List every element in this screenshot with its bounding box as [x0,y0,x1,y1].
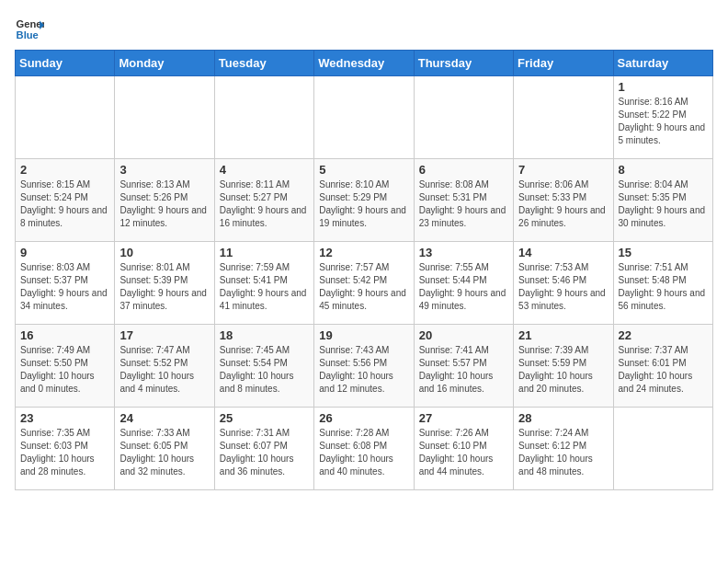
day-number: 24 [119,411,209,425]
calendar-cell [16,76,115,159]
calendar-cell [214,76,313,159]
weekday-header-saturday: Saturday [613,51,712,76]
svg-text:Blue: Blue [17,29,39,40]
day-number: 4 [220,163,309,177]
day-info: Sunrise: 7:41 AM Sunset: 5:57 PM Dayligh… [419,344,508,396]
day-info: Sunrise: 8:01 AM Sunset: 5:39 PM Dayligh… [119,261,209,313]
header: General Blue [15,15,713,44]
day-number: 21 [518,328,608,342]
day-info: Sunrise: 7:55 AM Sunset: 5:44 PM Dayligh… [419,261,508,313]
day-info: Sunrise: 8:13 AM Sunset: 5:26 PM Dayligh… [119,178,209,230]
day-info: Sunrise: 7:47 AM Sunset: 5:52 PM Dayligh… [119,344,209,396]
day-number: 1 [619,80,708,94]
calendar-cell: 24Sunrise: 7:33 AM Sunset: 6:05 PM Dayli… [115,408,214,490]
day-number: 26 [319,411,408,425]
day-number: 16 [20,328,109,342]
logo: General Blue [15,15,44,44]
calendar-table: SundayMondayTuesdayWednesdayThursdayFrid… [15,50,713,490]
calendar-cell: 5Sunrise: 8:10 AM Sunset: 5:29 PM Daylig… [314,159,414,242]
day-info: Sunrise: 7:49 AM Sunset: 5:50 PM Dayligh… [20,344,109,396]
calendar-cell: 20Sunrise: 7:41 AM Sunset: 5:57 PM Dayli… [414,325,513,408]
calendar-cell [613,408,712,490]
day-number: 25 [220,411,309,425]
calendar-week-4: 16Sunrise: 7:49 AM Sunset: 5:50 PM Dayli… [16,325,713,408]
day-number: 22 [619,328,708,342]
calendar-cell: 23Sunrise: 7:35 AM Sunset: 6:03 PM Dayli… [16,408,115,490]
day-info: Sunrise: 8:08 AM Sunset: 5:31 PM Dayligh… [419,178,508,230]
weekday-header-thursday: Thursday [414,51,513,76]
day-info: Sunrise: 8:11 AM Sunset: 5:27 PM Dayligh… [220,178,309,230]
calendar-cell: 7Sunrise: 8:06 AM Sunset: 5:33 PM Daylig… [514,159,613,242]
calendar-cell: 16Sunrise: 7:49 AM Sunset: 5:50 PM Dayli… [16,325,115,408]
day-info: Sunrise: 7:26 AM Sunset: 6:10 PM Dayligh… [419,427,508,478]
calendar-cell: 8Sunrise: 8:04 AM Sunset: 5:35 PM Daylig… [613,159,712,242]
day-info: Sunrise: 7:31 AM Sunset: 6:07 PM Dayligh… [220,427,309,478]
calendar-cell: 17Sunrise: 7:47 AM Sunset: 5:52 PM Dayli… [115,325,214,408]
calendar-cell: 25Sunrise: 7:31 AM Sunset: 6:07 PM Dayli… [214,408,313,490]
day-number: 17 [119,328,209,342]
day-info: Sunrise: 7:33 AM Sunset: 6:05 PM Dayligh… [119,427,209,478]
day-info: Sunrise: 8:16 AM Sunset: 5:22 PM Dayligh… [619,96,708,147]
day-number: 14 [518,246,608,259]
calendar-cell: 13Sunrise: 7:55 AM Sunset: 5:44 PM Dayli… [414,242,513,325]
calendar-cell: 2Sunrise: 8:15 AM Sunset: 5:24 PM Daylig… [16,159,115,242]
day-number: 10 [119,246,209,259]
weekday-header-friday: Friday [514,51,613,76]
calendar-cell: 6Sunrise: 8:08 AM Sunset: 5:31 PM Daylig… [414,159,513,242]
day-number: 7 [518,163,608,177]
day-number: 18 [220,328,309,342]
day-number: 20 [419,328,508,342]
calendar-cell: 11Sunrise: 7:59 AM Sunset: 5:41 PM Dayli… [214,242,313,325]
day-number: 15 [619,246,708,259]
day-info: Sunrise: 7:53 AM Sunset: 5:46 PM Dayligh… [518,261,608,313]
day-info: Sunrise: 7:28 AM Sunset: 6:08 PM Dayligh… [319,427,408,478]
calendar-cell: 9Sunrise: 8:03 AM Sunset: 5:37 PM Daylig… [16,242,115,325]
weekday-header-wednesday: Wednesday [314,51,414,76]
day-info: Sunrise: 7:35 AM Sunset: 6:03 PM Dayligh… [20,427,109,478]
day-number: 2 [20,163,109,177]
day-number: 12 [319,246,408,259]
day-info: Sunrise: 7:45 AM Sunset: 5:54 PM Dayligh… [220,344,309,396]
day-info: Sunrise: 7:59 AM Sunset: 5:41 PM Dayligh… [220,261,309,313]
calendar-cell: 26Sunrise: 7:28 AM Sunset: 6:08 PM Dayli… [314,408,414,490]
weekday-header-tuesday: Tuesday [214,51,313,76]
day-info: Sunrise: 8:10 AM Sunset: 5:29 PM Dayligh… [319,178,408,230]
day-number: 11 [220,246,309,259]
calendar-cell: 21Sunrise: 7:39 AM Sunset: 5:59 PM Dayli… [514,325,613,408]
day-number: 9 [20,246,109,259]
calendar-cell: 15Sunrise: 7:51 AM Sunset: 5:48 PM Dayli… [613,242,712,325]
day-number: 6 [419,163,508,177]
day-info: Sunrise: 8:06 AM Sunset: 5:33 PM Dayligh… [518,178,608,230]
calendar-header-row: SundayMondayTuesdayWednesdayThursdayFrid… [16,51,713,76]
day-number: 8 [619,163,708,177]
day-number: 28 [518,411,608,425]
calendar-cell: 27Sunrise: 7:26 AM Sunset: 6:10 PM Dayli… [414,408,513,490]
day-info: Sunrise: 7:43 AM Sunset: 5:56 PM Dayligh… [319,344,408,396]
day-info: Sunrise: 7:39 AM Sunset: 5:59 PM Dayligh… [518,344,608,396]
day-number: 23 [20,411,109,425]
calendar-cell: 1Sunrise: 8:16 AM Sunset: 5:22 PM Daylig… [613,76,712,159]
calendar-cell: 22Sunrise: 7:37 AM Sunset: 6:01 PM Dayli… [613,325,712,408]
calendar-week-2: 2Sunrise: 8:15 AM Sunset: 5:24 PM Daylig… [16,159,713,242]
day-number: 19 [319,328,408,342]
calendar-cell: 19Sunrise: 7:43 AM Sunset: 5:56 PM Dayli… [314,325,414,408]
calendar-cell: 4Sunrise: 8:11 AM Sunset: 5:27 PM Daylig… [214,159,313,242]
day-info: Sunrise: 7:24 AM Sunset: 6:12 PM Dayligh… [518,427,608,478]
calendar-cell [414,76,513,159]
calendar-cell: 12Sunrise: 7:57 AM Sunset: 5:42 PM Dayli… [314,242,414,325]
day-number: 27 [419,411,508,425]
day-info: Sunrise: 7:57 AM Sunset: 5:42 PM Dayligh… [319,261,408,313]
day-info: Sunrise: 8:03 AM Sunset: 5:37 PM Dayligh… [20,261,109,313]
day-info: Sunrise: 7:51 AM Sunset: 5:48 PM Dayligh… [619,261,708,313]
weekday-header-sunday: Sunday [16,51,115,76]
calendar-cell [314,76,414,159]
calendar-cell [514,76,613,159]
weekday-header-monday: Monday [115,51,214,76]
calendar-week-3: 9Sunrise: 8:03 AM Sunset: 5:37 PM Daylig… [16,242,713,325]
day-info: Sunrise: 7:37 AM Sunset: 6:01 PM Dayligh… [619,344,708,396]
calendar-week-1: 1Sunrise: 8:16 AM Sunset: 5:22 PM Daylig… [16,76,713,159]
day-number: 5 [319,163,408,177]
calendar-cell: 14Sunrise: 7:53 AM Sunset: 5:46 PM Dayli… [514,242,613,325]
calendar-cell [115,76,214,159]
calendar-week-5: 23Sunrise: 7:35 AM Sunset: 6:03 PM Dayli… [16,408,713,490]
